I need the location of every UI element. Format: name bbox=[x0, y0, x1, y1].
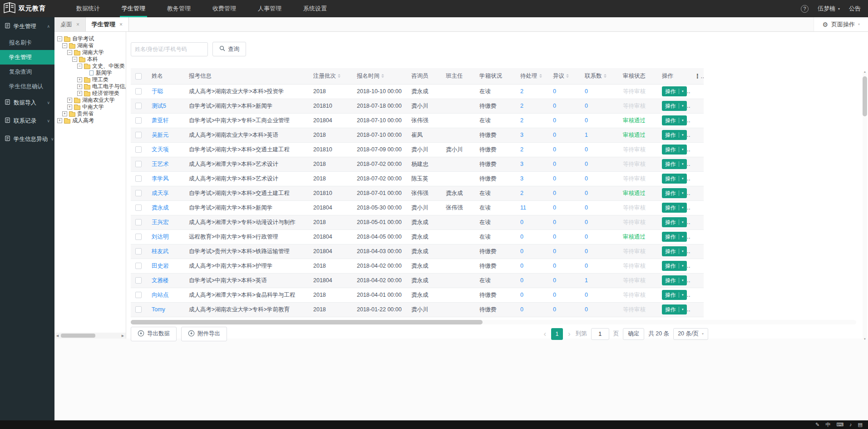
student-name-link-text[interactable]: 吴新元 bbox=[152, 132, 169, 138]
student-name-link[interactable]: 王兴宏 bbox=[147, 215, 184, 229]
student-name-link-text[interactable]: 文天项 bbox=[152, 146, 169, 153]
collapse-icon[interactable]: − bbox=[77, 64, 82, 69]
contact-count-link[interactable]: 0 bbox=[580, 157, 618, 171]
contact-count-link-text[interactable]: 0 bbox=[585, 190, 588, 196]
column-header-date[interactable]: 报名时间 bbox=[352, 68, 407, 84]
row-checkbox[interactable] bbox=[135, 146, 142, 153]
sidebar-group-1[interactable]: 数据导入∨ bbox=[0, 94, 54, 112]
student-name-link[interactable]: 文雅楼 bbox=[147, 273, 184, 288]
contact-count-link[interactable]: 0 bbox=[580, 84, 618, 99]
goto-page-input[interactable] bbox=[591, 328, 609, 340]
expand-icon[interactable]: + bbox=[77, 84, 82, 89]
contact-count-link-text[interactable]: 0 bbox=[585, 88, 588, 95]
sort-icon[interactable] bbox=[539, 73, 542, 79]
sort-icon[interactable] bbox=[604, 73, 607, 79]
student-name-link-text[interactable]: 向站点 bbox=[152, 292, 169, 298]
objection-count-link[interactable]: 0 bbox=[548, 259, 580, 273]
contact-count-link-text[interactable]: 0 bbox=[585, 248, 588, 254]
objection-count-link[interactable]: 0 bbox=[548, 215, 580, 229]
row-checkbox[interactable] bbox=[135, 117, 142, 124]
contact-count-link[interactable]: 0 bbox=[580, 244, 618, 259]
pending-count-link-text[interactable]: 0 bbox=[520, 277, 523, 284]
row-action-button[interactable]: 操作▾ bbox=[662, 246, 687, 256]
row-action-button[interactable]: 操作▾ bbox=[662, 203, 687, 213]
tree-horizontal-scrollbar[interactable]: ◀ ▶ bbox=[54, 333, 126, 339]
pending-count-link-text[interactable]: 2 bbox=[520, 190, 523, 196]
user-menu[interactable]: 伍梦楠 ▾ bbox=[818, 5, 840, 13]
objection-count-link-text[interactable]: 0 bbox=[553, 146, 556, 153]
help-icon[interactable]: ? bbox=[801, 5, 809, 13]
row-checkbox[interactable] bbox=[135, 190, 142, 196]
contact-count-link-text[interactable]: 0 bbox=[585, 103, 588, 109]
tree-node[interactable]: −湖南大学 bbox=[56, 49, 126, 56]
row-action-button[interactable]: 操作▾ bbox=[662, 304, 687, 314]
student-name-link[interactable]: 测试5 bbox=[147, 99, 184, 113]
objection-count-link[interactable]: 0 bbox=[548, 186, 580, 200]
tree-node[interactable]: +中南大学 bbox=[56, 104, 126, 110]
contact-count-link-text[interactable]: 1 bbox=[585, 132, 588, 138]
tree-node[interactable]: +贵州省 bbox=[56, 110, 126, 117]
tree-node[interactable]: −湖南省 bbox=[56, 42, 126, 49]
attachment-export-button[interactable]: 附件导出 bbox=[181, 327, 227, 341]
contact-count-link-text[interactable]: 0 bbox=[585, 205, 588, 211]
objection-count-link-text[interactable]: 0 bbox=[553, 88, 556, 95]
collapse-icon[interactable]: − bbox=[67, 50, 72, 55]
close-icon[interactable]: × bbox=[119, 21, 123, 28]
objection-count-link[interactable]: 0 bbox=[548, 244, 580, 259]
row-action-button[interactable]: 操作▾ bbox=[662, 275, 687, 285]
scrollbar-thumb[interactable] bbox=[131, 320, 483, 324]
contact-count-link[interactable]: 0 bbox=[580, 302, 618, 317]
top-nav-item-3[interactable]: 收费管理 bbox=[202, 0, 247, 17]
pending-count-link[interactable]: 2 bbox=[516, 99, 548, 113]
student-name-link-text[interactable]: 文雅楼 bbox=[152, 277, 169, 284]
row-action-button[interactable]: 操作▾ bbox=[662, 130, 687, 140]
pending-count-link-text[interactable]: 0 bbox=[520, 263, 523, 269]
pending-count-link[interactable]: 3 bbox=[516, 128, 548, 142]
objection-count-link[interactable]: 0 bbox=[548, 200, 580, 215]
pending-count-link[interactable]: 2 bbox=[516, 142, 548, 157]
column-header-objection[interactable]: 异议 bbox=[548, 68, 580, 84]
select-all-checkbox[interactable] bbox=[135, 73, 142, 80]
objection-count-link-text[interactable]: 0 bbox=[553, 175, 556, 182]
pending-count-link-text[interactable]: 0 bbox=[520, 306, 523, 313]
top-nav-item-5[interactable]: 系统设置 bbox=[292, 0, 338, 17]
row-checkbox[interactable] bbox=[135, 132, 142, 138]
ime-pen-icon[interactable]: ✎ bbox=[815, 422, 819, 427]
expand-icon[interactable]: + bbox=[67, 105, 72, 110]
column-header-contacts[interactable]: 联系数 bbox=[580, 68, 618, 84]
expand-icon[interactable]: + bbox=[57, 118, 62, 123]
sidebar-group-2[interactable]: 联系记录∨ bbox=[0, 112, 54, 130]
pending-count-link-text[interactable]: 0 bbox=[520, 219, 523, 225]
row-action-button[interactable]: 操作▾ bbox=[662, 159, 687, 169]
sidebar-group-3[interactable]: 学生信息异动∨ bbox=[0, 130, 54, 148]
row-checkbox[interactable] bbox=[135, 263, 142, 269]
objection-count-link-text[interactable]: 0 bbox=[553, 292, 556, 298]
sidebar-item-0-3[interactable]: 学生信息确认 bbox=[0, 79, 54, 94]
contact-count-link-text[interactable]: 0 bbox=[585, 292, 588, 298]
student-name-link-text[interactable]: 王艺术 bbox=[152, 161, 169, 167]
row-action-button[interactable]: 操作▾ bbox=[662, 145, 687, 155]
scrollbar-thumb[interactable] bbox=[863, 76, 867, 116]
contact-count-link-text[interactable]: 0 bbox=[585, 234, 588, 240]
search-button[interactable]: 查询 bbox=[212, 42, 246, 56]
table-vertical-scrollbar[interactable]: ▲ ▼ bbox=[863, 71, 867, 340]
objection-count-link-text[interactable]: 0 bbox=[553, 161, 556, 167]
tray-icon[interactable]: ▤ bbox=[858, 422, 863, 427]
tree-node[interactable]: +经济管理类 bbox=[56, 90, 126, 97]
sidebar-item-0-1[interactable]: 学生管理 bbox=[0, 50, 54, 65]
contact-count-link[interactable]: 1 bbox=[580, 128, 618, 142]
pending-count-link-text[interactable]: 2 bbox=[520, 103, 523, 109]
objection-count-link-text[interactable]: 0 bbox=[553, 205, 556, 211]
student-name-link[interactable]: 桂友武 bbox=[147, 244, 184, 259]
pending-count-link[interactable]: 2 bbox=[516, 113, 548, 128]
objection-count-link[interactable]: 0 bbox=[548, 113, 580, 128]
row-action-button[interactable]: 操作▾ bbox=[662, 261, 687, 271]
student-name-link[interactable]: 萧亚轩 bbox=[147, 113, 184, 128]
tab-student-management[interactable]: 学生管理 × bbox=[86, 17, 129, 31]
top-nav-item-1[interactable]: 学生管理 bbox=[111, 0, 156, 17]
sort-icon[interactable] bbox=[381, 73, 384, 79]
tree-node[interactable]: +成人高考 bbox=[56, 117, 126, 124]
row-checkbox[interactable] bbox=[135, 248, 142, 254]
row-checkbox[interactable] bbox=[135, 292, 142, 298]
student-name-link-text[interactable]: 王兴宏 bbox=[152, 219, 169, 225]
